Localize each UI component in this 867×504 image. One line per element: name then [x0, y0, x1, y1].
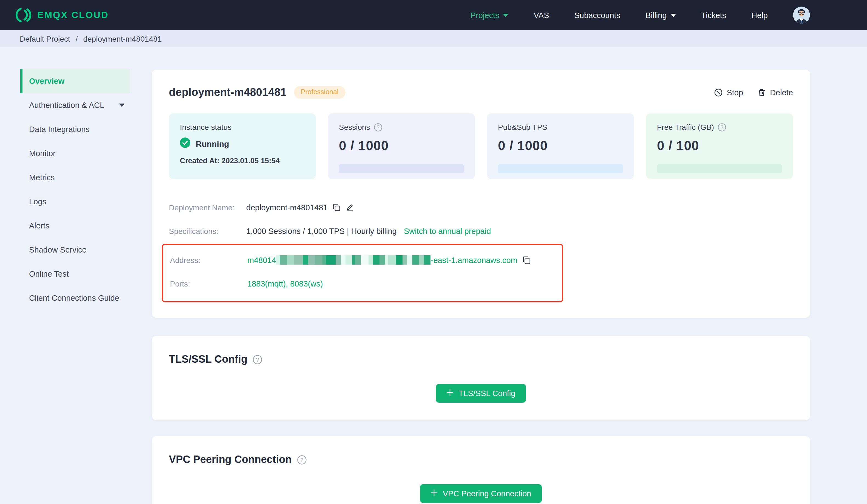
sidebar-item-shadow-service[interactable]: Shadow Service — [20, 238, 130, 262]
caret-down-icon — [503, 13, 509, 17]
sidebar-item-client-connections-guide[interactable]: Client Connections Guide — [20, 286, 130, 310]
sidebar-item-authentication-acl[interactable]: Authentication & ACL — [20, 93, 130, 117]
address-prefix: m48014 — [247, 255, 276, 264]
ports-value: 1883(mqtt), 8083(ws) — [247, 280, 323, 288]
ports-row: Ports: 1883(mqtt), 8083(ws) — [170, 273, 562, 295]
sidebar-item-alerts[interactable]: Alerts — [20, 213, 130, 238]
help-icon[interactable]: ? — [374, 123, 382, 131]
caret-down-icon — [119, 103, 125, 107]
breadcrumb-deployment[interactable]: deployment-m4801481 — [83, 34, 161, 43]
specifications-value: 1,000 Sessions / 1,000 TPS | Hourly bill… — [246, 227, 397, 235]
emqx-cloud-page: EMQX CLOUD Projects VAS Subaccounts Bill… — [0, 0, 867, 504]
deployment-name-row: Deployment Name: deployment-m4801481 — [169, 196, 793, 219]
instance-status-card: Instance status Running Created At: 2023… — [169, 113, 316, 179]
stop-button[interactable]: Stop — [714, 88, 743, 97]
top-nav: EMQX CLOUD Projects VAS Subaccounts Bill… — [0, 0, 867, 30]
traffic-progress-bar — [657, 164, 782, 173]
specifications-row: Specifications: 1,000 Sessions / 1,000 T… — [169, 219, 793, 243]
svg-text:?: ? — [256, 357, 259, 362]
address-suffix: -east-1.amazonaws.com — [431, 255, 517, 264]
sidebar: Overview Authentication & ACL Data Integ… — [0, 47, 130, 310]
caret-down-icon — [671, 13, 676, 17]
deployment-overview-card: deployment-m4801481 Professional Stop — [152, 69, 810, 318]
vpc-peering-section: VPC Peering Connection ? VPC Peering Con… — [152, 436, 810, 504]
deployment-details: Deployment Name: deployment-m4801481 — [169, 196, 793, 303]
ports-label: Ports: — [170, 280, 247, 288]
emqx-logo[interactable]: EMQX CLOUD — [14, 6, 109, 24]
stop-icon — [714, 88, 723, 97]
svg-text:?: ? — [720, 124, 723, 130]
breadcrumb-separator: / — [76, 34, 78, 43]
copy-icon[interactable] — [333, 203, 341, 211]
switch-annual-prepaid-link[interactable]: Switch to annual prepaid — [404, 227, 491, 235]
nav-item-subaccounts[interactable]: Subaccounts — [575, 11, 621, 20]
specifications-label: Specifications: — [169, 227, 246, 235]
brand-text: EMQX CLOUD — [37, 10, 109, 21]
breadcrumb-project[interactable]: Default Project — [20, 34, 70, 43]
deployment-name-value: deployment-m4801481 — [246, 203, 328, 212]
sidebar-item-metrics[interactable]: Metrics — [20, 165, 130, 189]
instance-status-label: Instance status — [180, 123, 232, 131]
nav-item-tickets[interactable]: Tickets — [702, 11, 726, 20]
plus-icon — [431, 489, 438, 498]
status-running: Running — [196, 139, 229, 149]
deployment-name-label: Deployment Name: — [169, 203, 246, 212]
help-icon[interactable]: ? — [718, 123, 726, 131]
user-avatar[interactable] — [793, 7, 810, 24]
sessions-progress-bar — [339, 164, 464, 173]
delete-button[interactable]: Delete — [757, 88, 793, 97]
edit-icon[interactable] — [346, 203, 354, 211]
nav-item-billing[interactable]: Billing — [645, 11, 676, 20]
plan-badge: Professional — [294, 86, 346, 99]
free-traffic-value: 0 / 100 — [657, 138, 782, 153]
free-traffic-card: Free Traffic (GB) ? 0 / 100 — [646, 113, 793, 179]
sessions-label: Sessions — [339, 123, 370, 131]
address-redacted — [276, 255, 431, 265]
sidebar-item-data-integrations[interactable]: Data Integrations — [20, 117, 130, 141]
svg-text:?: ? — [300, 457, 303, 463]
tls-ssl-section: TLS/SSL Config ? TLS/SSL Config — [152, 336, 810, 420]
sidebar-item-logs[interactable]: Logs — [20, 189, 130, 213]
stats-row: Instance status Running Created At: 2023… — [169, 113, 793, 179]
sidebar-item-online-test[interactable]: Online Test — [20, 262, 130, 286]
pubsub-tps-card: Pub&Sub TPS 0 / 1000 — [487, 113, 634, 179]
help-icon[interactable]: ? — [253, 355, 262, 364]
sessions-card: Sessions ? 0 / 1000 — [328, 113, 475, 179]
vpc-peering-title: VPC Peering Connection — [169, 453, 292, 465]
svg-text:?: ? — [377, 124, 379, 130]
free-traffic-label: Free Traffic (GB) — [657, 123, 714, 131]
copy-icon[interactable] — [522, 255, 531, 264]
add-tls-ssl-config-button[interactable]: TLS/SSL Config — [436, 384, 526, 403]
sidebar-item-monitor[interactable]: Monitor — [20, 141, 130, 165]
check-circle-icon — [180, 138, 190, 150]
pubsub-tps-label: Pub&Sub TPS — [498, 123, 547, 131]
pubsub-tps-value: 0 / 1000 — [498, 138, 623, 153]
created-at: Created At: 2023.01.05 15:54 — [180, 157, 305, 165]
emqx-logo-icon — [14, 6, 32, 24]
plus-icon — [447, 389, 454, 398]
breadcrumb: Default Project / deployment-m4801481 — [0, 30, 867, 47]
help-icon[interactable]: ? — [297, 455, 307, 464]
main-content: deployment-m4801481 Professional Stop — [152, 47, 810, 504]
tls-ssl-title: TLS/SSL Config — [169, 353, 247, 365]
connection-annotation-box: Address: m48014 -east-1.amazonaws.com — [162, 244, 563, 303]
pubsub-progress-bar — [498, 164, 623, 173]
deployment-title: deployment-m4801481 — [169, 86, 287, 99]
address-row: Address: m48014 -east-1.amazonaws.com — [170, 248, 562, 272]
add-vpc-peering-button[interactable]: VPC Peering Connection — [420, 484, 542, 503]
trash-icon — [757, 88, 766, 97]
sessions-value: 0 / 1000 — [339, 138, 464, 153]
nav-menu: Projects VAS Subaccounts Billing Tickets… — [471, 7, 810, 24]
nav-item-vas[interactable]: VAS — [534, 11, 549, 20]
sidebar-item-overview[interactable]: Overview — [20, 69, 130, 93]
nav-item-projects[interactable]: Projects — [471, 11, 509, 20]
nav-item-help[interactable]: Help — [751, 11, 768, 20]
address-label: Address: — [170, 255, 247, 264]
